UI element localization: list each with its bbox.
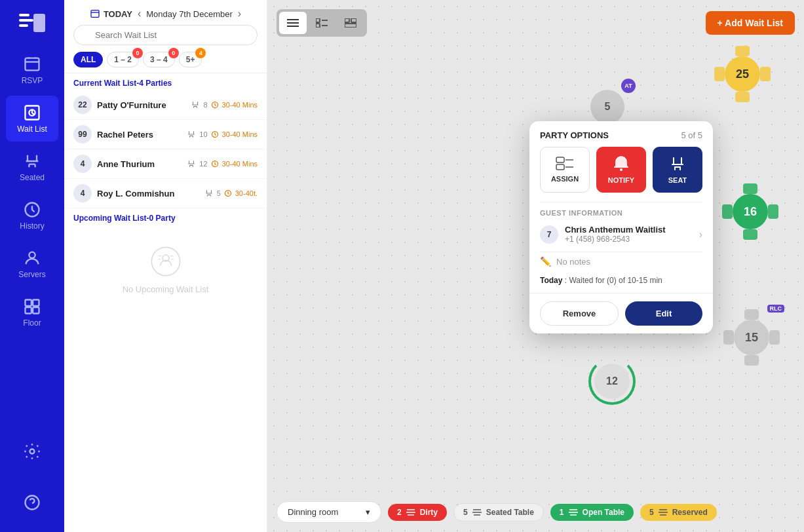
waited-label: Today <box>540 276 562 285</box>
current-date: Monday 7th December <box>146 9 233 19</box>
guest-name: Chris Anthemum Waitlist <box>565 225 693 235</box>
party-number: 22 <box>73 96 92 114</box>
modal-header: PARTY OPTIONS 5 of 5 <box>529 121 713 147</box>
svg-rect-11 <box>26 307 31 313</box>
badge-3-4: 0 <box>168 48 179 58</box>
chevron-down-icon: ▾ <box>366 507 370 517</box>
notes-row[interactable]: ✏️ No notes <box>529 252 713 273</box>
remove-button[interactable]: Remove <box>540 301 619 326</box>
search-wrap <box>73 25 258 45</box>
edit-button[interactable]: Edit <box>625 301 702 326</box>
today-label: TODAY <box>90 9 132 19</box>
filter-3-4-pill[interactable]: 3 – 4 0 <box>143 52 175 67</box>
dirty-label: Dirty <box>420 508 438 517</box>
status-dirty: 2 Dirty <box>388 504 447 521</box>
svg-rect-9 <box>26 300 31 306</box>
svg-rect-28 <box>316 24 320 28</box>
add-wait-list-button[interactable]: + Add Wait List <box>706 11 795 35</box>
view-text-button[interactable] <box>279 12 307 34</box>
svg-rect-33 <box>556 157 564 162</box>
sidebar-item-seated[interactable]: Seated <box>6 144 58 190</box>
open-label: Open Table <box>583 508 624 517</box>
assign-button[interactable]: ASSIGN <box>540 147 590 193</box>
svg-point-37 <box>620 168 622 171</box>
party-meta: 12 30-40 Mins <box>187 159 258 168</box>
table-12[interactable]: 12 <box>588 358 636 405</box>
sidebar-logo <box>12 7 52 39</box>
party-number: 4 <box>73 184 92 202</box>
svg-rect-3 <box>33 14 45 32</box>
sidebar-item-servers[interactable]: Servers <box>6 241 58 287</box>
sidebar-item-waitlist[interactable]: Wait List <box>6 96 58 142</box>
table-row[interactable]: 22 Patty O'Furniture 8 30-40 Mins <box>64 90 267 120</box>
today-row: TODAY ‹ Monday 7th December › <box>73 8 258 20</box>
table-row[interactable]: 99 Rachel Peters 10 30-40 Mins <box>64 120 267 149</box>
sidebar-rsvp-label: RSVP <box>22 76 43 85</box>
modal-actions: ASSIGN NOTIFY SEAT <box>529 147 713 202</box>
sidebar-seated-label: Seated <box>20 173 45 182</box>
open-count: 1 <box>560 508 564 517</box>
waitlist-panel: TODAY ‹ Monday 7th December › ALL 1 – 2 … <box>64 0 267 532</box>
party-meta: 10 30-40 Mins <box>187 130 258 139</box>
view-list-button[interactable] <box>308 12 335 34</box>
room-select[interactable]: Dinning room ▾ <box>277 501 381 523</box>
waited-text: : Waited for (0) of 10-15 min <box>565 276 662 285</box>
assign-label: ASSIGN <box>551 175 579 183</box>
svg-rect-34 <box>556 164 564 170</box>
svg-rect-10 <box>33 300 39 306</box>
party-number: 4 <box>73 155 92 173</box>
table-16[interactable]: 16 <box>721 182 780 241</box>
seat-label: SEAT <box>668 176 687 184</box>
seated-count: 5 <box>463 508 468 517</box>
sidebar-item-floor[interactable]: Floor <box>6 290 58 335</box>
edit-notes-icon: ✏️ <box>540 256 551 267</box>
modal-title: PARTY OPTIONS <box>540 130 609 140</box>
table-row[interactable]: 4 Anne Thurium 12 30-40 Mins <box>64 149 267 179</box>
prev-date-button[interactable]: ‹ <box>138 8 141 20</box>
sidebar-item-settings[interactable] <box>6 428 58 474</box>
party-options-modal: PARTY OPTIONS 5 of 5 ASSIGN <box>529 121 713 333</box>
badge-5plus: 4 <box>195 48 206 58</box>
svg-point-13 <box>30 449 35 454</box>
room-name: Dinning room <box>288 507 338 517</box>
notify-label: NOTIFY <box>608 176 634 184</box>
party-name: Rachel Peters <box>97 130 182 140</box>
status-reserved: 5 Reserved <box>640 504 717 521</box>
search-input[interactable] <box>73 25 258 45</box>
sidebar-item-history[interactable]: History <box>6 193 58 238</box>
no-upcoming-text: No Upcoming Wait List <box>123 284 209 294</box>
badge-1-2: 0 <box>132 48 143 58</box>
floor-bottom-bar: Dinning room ▾ 2 Dirty 5 Seated Table 1 … <box>277 501 795 523</box>
seat-button[interactable]: SEAT <box>653 147 702 193</box>
current-section-label: Current Wait List-4 Parties <box>64 73 267 90</box>
sidebar-item-help[interactable] <box>6 480 58 525</box>
main-floor-area: + Add Wait List 25 21 11 <box>267 0 804 532</box>
guest-details: Chris Anthemum Waitlist +1 (458) 968-254… <box>565 225 693 244</box>
sidebar-servers-label: Servers <box>18 270 45 279</box>
guest-info-label: GUEST INFORMATION <box>529 202 713 221</box>
filter-all-pill[interactable]: ALL <box>73 52 103 67</box>
svg-rect-30 <box>345 18 349 22</box>
dirty-count: 2 <box>397 508 402 517</box>
next-date-button[interactable]: › <box>238 8 241 20</box>
upcoming-section-label: Upcoming Wait List-0 Party <box>64 208 267 225</box>
sidebar-bottom <box>6 428 58 525</box>
table-row[interactable]: 4 Roy L. Commishun 5 30-40t. <box>64 179 267 208</box>
filter-5plus-pill[interactable]: 5+ 4 <box>179 52 202 67</box>
notify-button[interactable]: NOTIFY <box>596 147 646 193</box>
svg-rect-2 <box>19 24 28 27</box>
svg-rect-0 <box>19 14 29 16</box>
svg-rect-15 <box>91 10 99 18</box>
notes-text: No notes <box>556 257 590 267</box>
party-meta: 5 30-40t. <box>204 189 258 198</box>
guest-row[interactable]: 7 Chris Anthemum Waitlist +1 (458) 968-2… <box>529 221 713 252</box>
filter-1-2-pill[interactable]: 1 – 2 0 <box>107 52 139 67</box>
sidebar-item-rsvp[interactable]: RSVP <box>6 47 58 93</box>
party-number: 99 <box>73 125 92 143</box>
svg-rect-26 <box>316 18 320 22</box>
reserved-label: Reserved <box>672 508 708 517</box>
table-25[interactable]: 25 <box>713 45 772 104</box>
table-15[interactable]: 15 RLC <box>722 308 781 367</box>
view-grid-button[interactable] <box>337 12 364 34</box>
svg-rect-4 <box>26 58 39 71</box>
